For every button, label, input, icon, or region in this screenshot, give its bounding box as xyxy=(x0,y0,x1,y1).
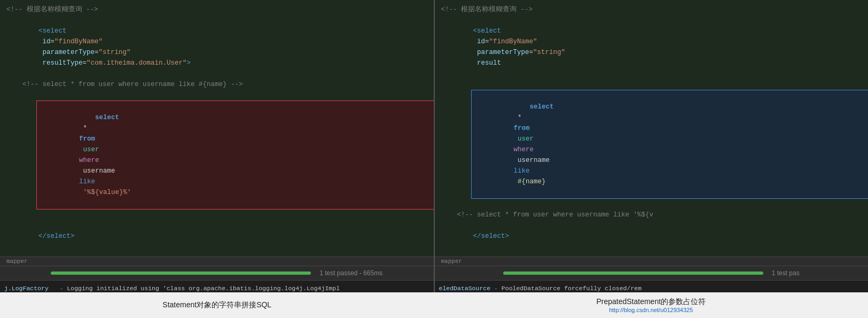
left-code-highlighted: select * from user where username like '… xyxy=(6,90,427,220)
log-line-1: j.LogFactory - Logging initialized using… xyxy=(4,284,429,292)
right-code-line2: <select id="findByName" parameterType="s… xyxy=(441,15,862,79)
left-test-label: 1 test passed - 665ms xyxy=(319,269,382,277)
right-mapper-label: mapper xyxy=(435,257,869,266)
right-test-bar xyxy=(503,272,763,275)
right-test-bar-container: 1 test pas xyxy=(435,266,869,281)
left-code-line5: </select> xyxy=(6,220,427,252)
right-log-area: eledDataSource - PooledDataSource forcef… xyxy=(435,281,869,292)
left-code-line2: <select id="findByName" parameterType="s… xyxy=(6,15,427,79)
left-mapper-label: mapper xyxy=(0,257,434,266)
right-code-highlighted: select * from user where username like #… xyxy=(441,79,862,210)
rlog-line-1: eledDataSource - PooledDataSource forcef… xyxy=(439,284,864,292)
right-test-label: 1 test pas xyxy=(772,269,800,277)
left-log-area: j.LogFactory - Logging initialized using… xyxy=(0,281,434,292)
left-panel: <!-- 根据名称模糊查询 --> <select id="findByName… xyxy=(0,0,435,292)
left-code-comment3: <!-- select * from user where username l… xyxy=(6,79,427,90)
left-code-area: <!-- 根据名称模糊查询 --> <select id="findByName… xyxy=(0,0,434,257)
caption-left: Statement对象的字符串拼接SQL xyxy=(0,300,434,310)
panels-row: <!-- 根据名称模糊查询 --> <select id="findByName… xyxy=(0,0,868,292)
left-code-comment1: <!-- 根据名称模糊查询 --> xyxy=(6,4,427,15)
left-test-bar-container: 1 test passed - 665ms xyxy=(0,266,434,281)
right-panel: <!-- 根据名称模糊查询 --> <select id="findByName… xyxy=(435,0,869,292)
caption-right: PrepatedStatement的参数占位符 http://blog.csdn… xyxy=(434,297,869,313)
right-code-comment1: <!-- 根据名称模糊查询 --> xyxy=(441,4,862,15)
caption-url[interactable]: http://blog.csdn.net/u012934325 xyxy=(434,307,869,313)
right-code-area: <!-- 根据名称模糊查询 --> <select id="findByName… xyxy=(435,0,869,257)
right-code-line5: </select> xyxy=(441,220,862,252)
captions-row: Statement对象的字符串拼接SQL PrepatedStatement的参… xyxy=(0,292,868,318)
right-code-comment3: <!-- select * from user where username l… xyxy=(441,210,862,220)
left-test-bar xyxy=(51,272,311,275)
